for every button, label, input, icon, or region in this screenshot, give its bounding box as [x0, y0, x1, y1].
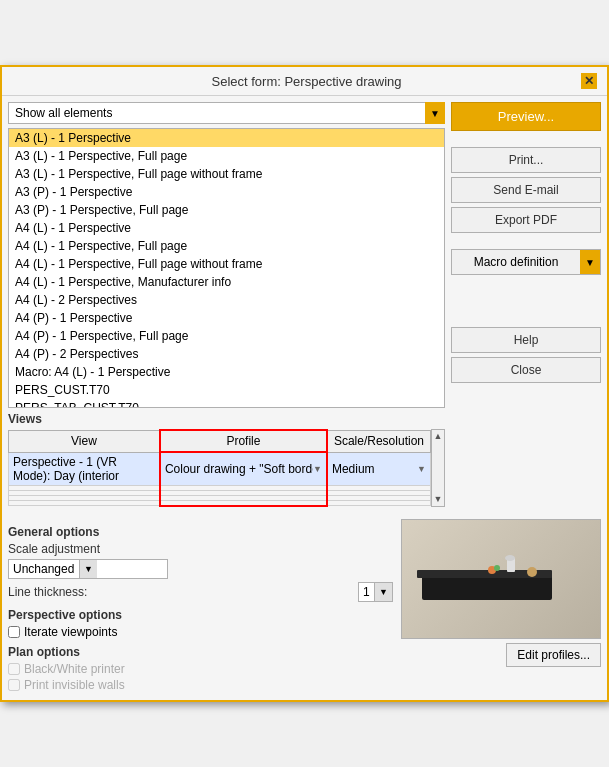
scale-arrow-icon: ▼	[79, 560, 97, 578]
scale-resolution-cell: Medium▼	[327, 452, 431, 485]
view-cell: Perspective - 1 (VR Mode): Day (interior	[9, 452, 160, 485]
preview-scene	[402, 520, 600, 638]
scroll-down-icon[interactable]: ▼	[434, 493, 443, 506]
iterate-viewpoints-checkbox[interactable]	[8, 626, 20, 638]
profile-arrow-icon: ▼	[313, 464, 322, 474]
black-white-checkbox[interactable]	[8, 663, 20, 675]
macro-dropdown-arrow-icon: ▼	[580, 250, 600, 274]
main-content: Show all elements ▼ A3 (L) - 1 Perspecti…	[2, 96, 607, 515]
scale-dropdown[interactable]: Unchanged ▼	[8, 559, 168, 579]
list-item[interactable]: PERS_TAB_CUST.T70	[9, 399, 444, 408]
scale-resolution-cell	[327, 500, 431, 506]
svg-point-4	[505, 555, 515, 561]
list-item[interactable]: Macro: A4 (L) - 1 Perspective	[9, 363, 444, 381]
preview-svg	[402, 520, 600, 638]
line-thickness-row: Line thickness: 1 ▼	[8, 582, 393, 602]
line-thickness-select[interactable]: 1	[359, 583, 374, 601]
svg-point-6	[494, 565, 500, 571]
list-item[interactable]: A3 (P) - 1 Perspective, Full page	[9, 201, 444, 219]
list-item[interactable]: PERS_CUST.T70	[9, 381, 444, 399]
dialog-title: Select form: Perspective drawing	[32, 74, 581, 89]
form-list[interactable]: A3 (L) - 1 PerspectiveA3 (L) - 1 Perspec…	[8, 128, 445, 408]
print-invisible-checkbox[interactable]	[8, 679, 20, 691]
list-item[interactable]: A3 (L) - 1 Perspective, Full page	[9, 147, 444, 165]
preview-panel: Edit profiles...	[401, 519, 601, 694]
black-white-row: Black/White printer	[8, 662, 393, 676]
svg-point-2	[527, 567, 537, 577]
close-dialog-button[interactable]: Close	[451, 357, 601, 383]
filter-dropdown-row: Show all elements ▼	[8, 102, 445, 124]
profile-cell	[160, 500, 327, 506]
scale-adjustment-row: Scale adjustment	[8, 542, 393, 556]
list-item[interactable]: A4 (P) - 1 Perspective, Full page	[9, 327, 444, 345]
options-panel: General options Scale adjustment Unchang…	[8, 519, 393, 694]
views-table: ViewProfileScale/ResolutionPerspective -…	[8, 429, 431, 507]
iterate-viewpoints-row: Iterate viewpoints	[8, 625, 393, 639]
views-wrapper: ViewProfileScale/ResolutionPerspective -…	[8, 429, 445, 507]
list-item[interactable]: A3 (P) - 1 Perspective	[9, 183, 444, 201]
views-scrollbar[interactable]: ▲ ▼	[431, 429, 445, 507]
right-panel: Preview... Print... Send E-mail Export P…	[451, 102, 601, 509]
scale-adjustment-label: Scale adjustment	[8, 542, 100, 556]
scale-resolution-arrow-icon: ▼	[417, 464, 426, 474]
bottom-panels: General options Scale adjustment Unchang…	[2, 515, 607, 700]
list-item[interactable]: A3 (L) - 1 Perspective	[9, 129, 444, 147]
list-item[interactable]: A4 (P) - 1 Perspective	[9, 309, 444, 327]
title-bar: Select form: Perspective drawing ✕	[2, 67, 607, 96]
views-label: Views	[8, 412, 445, 426]
svg-rect-0	[422, 575, 552, 600]
views-table-container: ViewProfileScale/ResolutionPerspective -…	[8, 429, 431, 507]
black-white-label: Black/White printer	[24, 662, 125, 676]
profile-select[interactable]: Colour drawing + "Soft border"	[165, 462, 313, 476]
scroll-up-icon[interactable]: ▲	[434, 430, 443, 443]
list-item[interactable]: A4 (L) - 2 Perspectives	[9, 291, 444, 309]
macro-definition-label: Macro definition	[452, 250, 580, 274]
scale-select[interactable]: Unchanged	[9, 560, 79, 578]
iterate-viewpoints-label: Iterate viewpoints	[24, 625, 117, 639]
scale-resolution-select[interactable]: Medium	[332, 462, 417, 476]
edit-profiles-row: Edit profiles...	[401, 643, 601, 667]
list-item[interactable]: A3 (L) - 1 Perspective, Full page withou…	[9, 165, 444, 183]
print-invisible-row: Print invisible walls	[8, 678, 393, 692]
list-item[interactable]: A4 (L) - 1 Perspective, Manufacturer inf…	[9, 273, 444, 291]
scale-dropdown-row: Unchanged ▼	[8, 559, 393, 579]
help-button[interactable]: Help	[451, 327, 601, 353]
filter-dropdown[interactable]: Show all elements	[8, 102, 445, 124]
print-invisible-label: Print invisible walls	[24, 678, 125, 692]
view-cell	[9, 500, 160, 506]
print-button[interactable]: Print...	[451, 147, 601, 173]
edit-profiles-button[interactable]: Edit profiles...	[506, 643, 601, 667]
dialog-window: Select form: Perspective drawing ✕ Show …	[0, 65, 609, 702]
plan-options-title: Plan options	[8, 645, 393, 659]
send-email-button[interactable]: Send E-mail	[451, 177, 601, 203]
list-item[interactable]: A4 (P) - 2 Perspectives	[9, 345, 444, 363]
general-options-title: General options	[8, 525, 393, 539]
line-thickness-arrow-icon: ▼	[374, 583, 392, 601]
export-pdf-button[interactable]: Export PDF	[451, 207, 601, 233]
preview-image	[401, 519, 601, 639]
list-item[interactable]: A4 (L) - 1 Perspective, Full page withou…	[9, 255, 444, 273]
profile-cell: Colour drawing + "Soft border"▼	[160, 452, 327, 485]
left-panel: Show all elements ▼ A3 (L) - 1 Perspecti…	[8, 102, 445, 509]
line-thickness-label: Line thickness:	[8, 585, 87, 599]
close-button[interactable]: ✕	[581, 73, 597, 89]
views-section: Views ViewProfileScale/ResolutionPerspec…	[8, 408, 445, 509]
preview-button[interactable]: Preview...	[451, 102, 601, 131]
perspective-options-title: Perspective options	[8, 608, 393, 622]
line-thickness-dropdown[interactable]: 1 ▼	[358, 582, 393, 602]
list-item[interactable]: A4 (L) - 1 Perspective	[9, 219, 444, 237]
list-item[interactable]: A4 (L) - 1 Perspective, Full page	[9, 237, 444, 255]
macro-definition-button[interactable]: Macro definition ▼	[451, 249, 601, 275]
